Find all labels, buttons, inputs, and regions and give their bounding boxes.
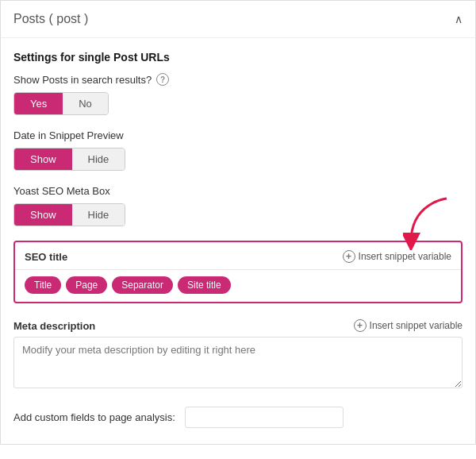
yoast-hide-button[interactable]: Hide — [72, 204, 125, 226]
show-posts-yes-button[interactable]: Yes — [14, 93, 63, 114]
custom-fields-label: Add custom fields to page analysis: — [13, 411, 175, 423]
show-posts-toggle: Yes No — [13, 92, 109, 115]
tag-site-title[interactable]: Site title — [178, 276, 231, 294]
date-show-button[interactable]: Show — [14, 148, 72, 170]
show-posts-field: Show Posts in search results? ? Yes No — [13, 73, 463, 115]
tag-page[interactable]: Page — [66, 276, 107, 294]
seo-title-section: SEO title + Insert snippet variable Titl… — [13, 241, 463, 303]
yoast-meta-label: Yoast SEO Meta Box — [13, 185, 463, 197]
help-icon[interactable]: ? — [156, 73, 169, 86]
seo-title-box: SEO title + Insert snippet variable Titl… — [13, 241, 463, 303]
show-posts-no-button[interactable]: No — [63, 93, 108, 114]
date-hide-button[interactable]: Hide — [72, 148, 125, 170]
pink-arrow-container — [403, 195, 455, 253]
plus-circle-icon: + — [343, 250, 355, 263]
seo-title-tags: Title Page Separator Site title — [15, 270, 461, 302]
date-snippet-label: Date in Snippet Preview — [13, 129, 463, 141]
show-posts-label: Show Posts in search results? ? — [13, 73, 463, 86]
meta-description-section: Meta description + Insert snippet variab… — [13, 319, 463, 391]
arrow-icon — [403, 195, 455, 250]
custom-fields-input[interactable] — [185, 407, 344, 428]
yoast-meta-toggle: Show Hide — [13, 203, 125, 226]
seo-title-header: SEO title + Insert snippet variable — [15, 242, 461, 270]
meta-desc-insert-snippet-button[interactable]: + Insert snippet variable — [354, 319, 463, 332]
collapse-icon[interactable]: ∧ — [455, 13, 463, 25]
date-snippet-field: Date in Snippet Preview Show Hide — [13, 129, 463, 171]
custom-fields-row: Add custom fields to page analysis: — [13, 407, 463, 428]
yoast-meta-field: Yoast SEO Meta Box Show Hide — [13, 185, 463, 226]
plus-circle-icon-meta: + — [354, 319, 367, 332]
tag-title[interactable]: Title — [25, 276, 61, 294]
meta-desc-header: Meta description + Insert snippet variab… — [13, 319, 463, 332]
tag-separator[interactable]: Separator — [112, 276, 173, 294]
panel-title: Posts ( post ) — [13, 12, 88, 26]
yoast-show-button[interactable]: Show — [14, 204, 72, 226]
panel-body: Settings for single Post URLs Show Posts… — [1, 38, 475, 444]
date-snippet-toggle: Show Hide — [13, 148, 125, 171]
panel-title-text: Posts — [13, 12, 45, 25]
panel-title-parens: ( post ) — [48, 12, 88, 25]
meta-desc-label: Meta description — [13, 320, 95, 332]
meta-desc-textarea[interactable] — [13, 337, 463, 388]
panel-header: Posts ( post ) ∧ — [1, 1, 475, 38]
section-title: Settings for single Post URLs — [13, 51, 463, 64]
seo-title-label: SEO title — [25, 251, 67, 263]
posts-panel: Posts ( post ) ∧ Settings for single Pos… — [0, 0, 476, 445]
